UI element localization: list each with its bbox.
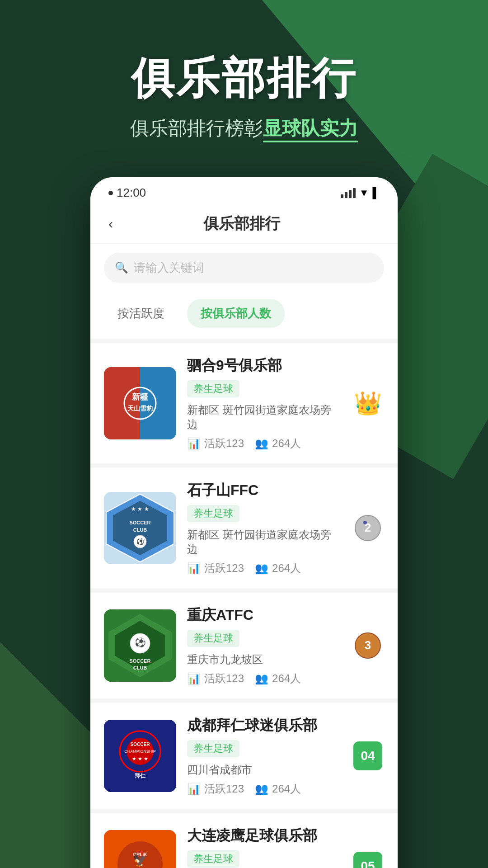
club-activity-1: 📊 活跃123 xyxy=(187,436,244,451)
rank-badge-1: 👑 xyxy=(352,387,384,420)
club-logo-4: SOCCER CHAMPIONSHIP ★ ★ ★ 拜仁 xyxy=(104,720,176,792)
club-location-1: 新都区 斑竹园街道家庭农场旁边 xyxy=(187,403,341,432)
status-dot xyxy=(108,191,113,195)
club-members-4: 👥 264人 xyxy=(255,782,301,796)
status-icons: ▼ ▌ xyxy=(341,187,380,199)
club-activity-2: 📊 活跃123 xyxy=(187,561,244,576)
svg-text:CHAMPIONSHIP: CHAMPIONSHIP xyxy=(124,749,156,754)
club-item-3[interactable]: ⚽ SOCCER CLUB 重庆ATFC 养生足球 重庆市九龙坡区 📊 活跃12… xyxy=(90,593,398,698)
page-main-title: 俱乐部排行 xyxy=(0,54,488,102)
svg-text:🦅: 🦅 xyxy=(133,853,148,868)
club-name-4: 成都拜仁球迷俱乐部 xyxy=(187,716,341,736)
club-location-4: 四川省成都市 xyxy=(187,763,341,777)
status-bar: 12:00 ▼ ▌ xyxy=(90,177,398,204)
top-nav: ‹ 俱乐部排行 xyxy=(90,204,398,244)
club-stats-4: 📊 活跃123 👥 264人 xyxy=(187,782,341,796)
nav-title: 俱乐部排行 xyxy=(117,213,366,234)
back-button[interactable]: ‹ xyxy=(104,214,117,234)
svg-text:⚽: ⚽ xyxy=(135,637,146,648)
club-info-3: 重庆ATFC 养生足球 重庆市九龙坡区 📊 活跃123 👥 264人 xyxy=(187,605,341,686)
header-area: 俱乐部排行 俱乐部排行榜彰显球队实力 xyxy=(0,0,488,141)
members-icon-3: 👥 xyxy=(255,672,268,685)
club-members-1: 👥 264人 xyxy=(255,436,301,451)
svg-text:CLUB: CLUB xyxy=(133,665,147,670)
club-list: 新疆 天山雪豹 驷合9号俱乐部 养生足球 新都区 斑竹园街道家庭农场旁边 📊 活… xyxy=(90,339,398,868)
club-location-2: 新都区 斑竹园街道家庭农场旁边 xyxy=(187,528,341,557)
club-location-3: 重庆市九龙坡区 xyxy=(187,652,341,667)
svg-text:新疆: 新疆 xyxy=(132,392,149,401)
club-item-1[interactable]: 新疆 天山雪豹 驷合9号俱乐部 养生足球 新都区 斑竹园街道家庭农场旁边 📊 活… xyxy=(90,343,398,463)
subtitle-highlight: 显球队实力 xyxy=(263,118,358,139)
svg-text:★ ★ ★: ★ ★ ★ xyxy=(131,506,149,512)
rank-number-4: 04 xyxy=(353,741,382,770)
wifi-icon: ▼ xyxy=(359,187,369,199)
svg-rect-0 xyxy=(104,367,140,439)
club-logo-5: ORLiK 🦅 PRZEMYSL xyxy=(104,830,176,868)
club-item-4[interactable]: SOCCER CHAMPIONSHIP ★ ★ ★ 拜仁 成都拜仁球迷俱乐部 养… xyxy=(90,703,398,809)
crown-silver-icon: 2 xyxy=(354,514,381,542)
club-stats-3: 📊 活跃123 👥 264人 xyxy=(187,671,341,686)
rank-badge-5: 05 xyxy=(352,850,384,868)
club-logo-3: ⚽ SOCCER CLUB xyxy=(104,609,176,682)
club-stats-2: 📊 活跃123 👥 264人 xyxy=(187,561,341,576)
filter-tabs: 按活跃度 按俱乐部人数 xyxy=(90,292,398,339)
club-info-4: 成都拜仁球迷俱乐部 养生足球 四川省成都市 📊 活跃123 👥 264人 xyxy=(187,716,341,796)
club-tag-3: 养生足球 xyxy=(187,630,239,647)
club-info-2: 石子山FFC 养生足球 新都区 斑竹园街道家庭农场旁边 📊 活跃123 👥 26… xyxy=(187,481,341,576)
page-subtitle: 俱乐部排行榜彰显球队实力 xyxy=(0,116,488,141)
search-bar: 🔍 请输入关键词 xyxy=(90,244,398,292)
search-input[interactable]: 请输入关键词 xyxy=(134,260,204,276)
search-input-container[interactable]: 🔍 请输入关键词 xyxy=(104,253,384,283)
svg-text:⚽: ⚽ xyxy=(136,538,145,546)
members-icon: 👥 xyxy=(255,437,268,450)
club-name-3: 重庆ATFC xyxy=(187,605,341,625)
club-item-5[interactable]: ORLiK 🦅 PRZEMYSL 大连凌鹰足球俱乐部 养生足球 辽宁省大连市 📊… xyxy=(90,813,398,868)
svg-text:SOCCER: SOCCER xyxy=(129,520,150,525)
club-logo-2: SOCCER CLUB ⚽ ★ ★ ★ xyxy=(104,492,176,564)
svg-rect-1 xyxy=(140,367,176,439)
battery-icon: ▌ xyxy=(372,187,380,199)
members-icon-2: 👥 xyxy=(255,562,268,575)
club-tag-5: 养生足球 xyxy=(187,850,239,868)
svg-text:SOCCER: SOCCER xyxy=(129,658,150,664)
club-tag-1: 养生足球 xyxy=(187,380,239,397)
search-icon: 🔍 xyxy=(115,261,128,274)
crown-gold-icon: 👑 xyxy=(354,390,382,416)
tab-activity[interactable]: 按活跃度 xyxy=(104,299,178,328)
activity-icon-4: 📊 xyxy=(187,783,201,795)
tab-club-count[interactable]: 按俱乐部人数 xyxy=(187,299,285,328)
club-logo-1: 新疆 天山雪豹 xyxy=(104,367,176,439)
club-name-2: 石子山FFC xyxy=(187,481,341,500)
club-stats-1: 📊 活跃123 👥 264人 xyxy=(187,436,341,451)
svg-text:天山雪豹: 天山雪豹 xyxy=(127,405,153,412)
subtitle-prefix: 俱乐部排行榜彰 xyxy=(130,118,263,139)
rank-badge-3: 3 xyxy=(352,629,384,662)
crown-bronze-icon: 3 xyxy=(354,632,381,659)
club-activity-3: 📊 活跃123 xyxy=(187,671,244,686)
club-tag-4: 养生足球 xyxy=(187,740,239,757)
status-left: 12:00 xyxy=(108,186,146,200)
svg-text:★ ★ ★: ★ ★ ★ xyxy=(132,756,148,761)
svg-text:拜仁: 拜仁 xyxy=(134,773,146,779)
svg-point-15 xyxy=(363,521,367,524)
club-members-3: 👥 264人 xyxy=(255,671,301,686)
club-tag-2: 养生足球 xyxy=(187,505,239,522)
rank-number-5: 05 xyxy=(353,852,382,868)
club-info-1: 驷合9号俱乐部 养生足球 新都区 斑竹园街道家庭农场旁边 📊 活跃123 👥 2… xyxy=(187,356,341,451)
signal-icon xyxy=(341,188,356,198)
club-members-2: 👥 264人 xyxy=(255,561,301,576)
members-icon-4: 👥 xyxy=(255,783,268,795)
status-time: 12:00 xyxy=(117,186,146,200)
svg-text:CLUB: CLUB xyxy=(133,527,147,533)
club-name-1: 驷合9号俱乐部 xyxy=(187,356,341,376)
club-item-2[interactable]: SOCCER CLUB ⚽ ★ ★ ★ 石子山FFC 养生足球 新都区 斑竹园街… xyxy=(90,468,398,588)
svg-text:3: 3 xyxy=(365,638,371,652)
rank-badge-2: 2 xyxy=(352,512,384,544)
club-name-5: 大连凌鹰足球俱乐部 xyxy=(187,826,341,846)
phone-mockup: 12:00 ▼ ▌ ‹ 俱乐部排行 🔍 请输入关键词 按活跃度 按俱乐 xyxy=(90,177,398,868)
svg-text:SOCCER: SOCCER xyxy=(131,742,150,747)
activity-icon: 📊 xyxy=(187,437,201,450)
activity-icon-2: 📊 xyxy=(187,562,201,575)
rank-badge-4: 04 xyxy=(352,740,384,772)
club-info-5: 大连凌鹰足球俱乐部 养生足球 辽宁省大连市 📊 活跃123 👥 264人 xyxy=(187,826,341,868)
